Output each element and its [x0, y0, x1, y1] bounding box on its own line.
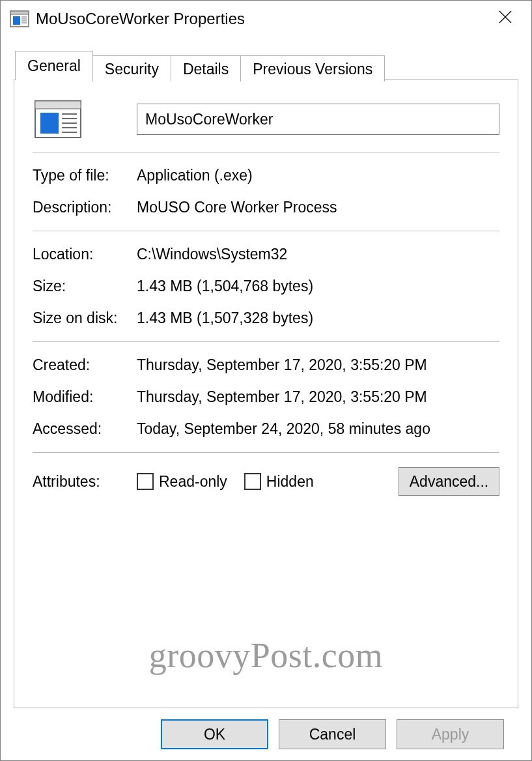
description-value: MoUSO Core Worker Process — [137, 199, 499, 216]
location-label: Location: — [33, 246, 137, 263]
modified-value: Thursday, September 17, 2020, 3:55:20 PM — [137, 388, 499, 406]
separator — [33, 452, 499, 453]
read-only-checkbox[interactable]: Read-only — [137, 473, 227, 491]
tab-general[interactable]: General — [15, 51, 93, 80]
type-of-file-label: Type of file: — [33, 167, 137, 184]
modified-label: Modified: — [33, 388, 137, 406]
svg-rect-1 — [10, 11, 29, 14]
hidden-checkbox[interactable]: Hidden — [244, 473, 314, 491]
read-only-checkbox-label: Read-only — [159, 473, 227, 491]
svg-rect-11 — [40, 113, 59, 134]
separator — [33, 231, 499, 231]
tab-previous-versions[interactable]: Previous Versions — [240, 55, 385, 81]
accessed-value: Today, September 24, 2020, 58 minutes ag… — [137, 420, 499, 438]
hidden-checkbox-label: Hidden — [266, 473, 314, 491]
close-icon — [498, 10, 512, 28]
tab-panel-general: Type of file: Application (.exe) Descrip… — [14, 79, 518, 708]
created-value: Thursday, September 17, 2020, 3:55:20 PM — [137, 356, 499, 374]
size-value: 1.43 MB (1,504,768 bytes) — [137, 278, 499, 295]
svg-rect-10 — [35, 101, 81, 109]
exe-file-icon-large — [33, 98, 83, 140]
size-on-disk-value: 1.43 MB (1,507,328 bytes) — [137, 309, 499, 327]
cancel-button[interactable]: Cancel — [279, 719, 386, 749]
svg-rect-2 — [13, 16, 20, 25]
apply-button[interactable]: Apply — [397, 719, 504, 749]
dialog-footer: OK Cancel Apply — [14, 708, 518, 760]
tab-strip: General Security Details Previous Versio… — [15, 50, 518, 79]
ok-button[interactable]: OK — [161, 719, 268, 749]
size-on-disk-label: Size on disk: — [33, 309, 137, 327]
titlebar: MoUsoCoreWorker Properties — [1, 1, 531, 36]
content-area: General Security Details Previous Versio… — [1, 36, 531, 760]
window-title: MoUsoCoreWorker Properties — [36, 10, 486, 28]
description-label: Description: — [33, 199, 137, 216]
accessed-label: Accessed: — [33, 420, 137, 438]
separator — [33, 152, 499, 152]
checkbox-box-icon — [137, 473, 154, 490]
close-button[interactable] — [486, 1, 525, 36]
size-label: Size: — [33, 278, 137, 295]
separator — [33, 341, 499, 342]
location-value: C:\Windows\System32 — [137, 246, 499, 263]
properties-window: MoUsoCoreWorker Properties General Secur… — [0, 0, 532, 761]
filename-input[interactable] — [137, 104, 499, 135]
created-label: Created: — [33, 356, 137, 374]
advanced-button[interactable]: Advanced... — [399, 467, 499, 496]
tab-security[interactable]: Security — [92, 55, 171, 81]
type-of-file-value: Application (.exe) — [137, 167, 499, 184]
exe-file-icon — [10, 10, 29, 27]
attributes-label: Attributes: — [33, 473, 137, 491]
tab-details[interactable]: Details — [171, 55, 241, 81]
checkbox-box-icon — [244, 473, 261, 490]
